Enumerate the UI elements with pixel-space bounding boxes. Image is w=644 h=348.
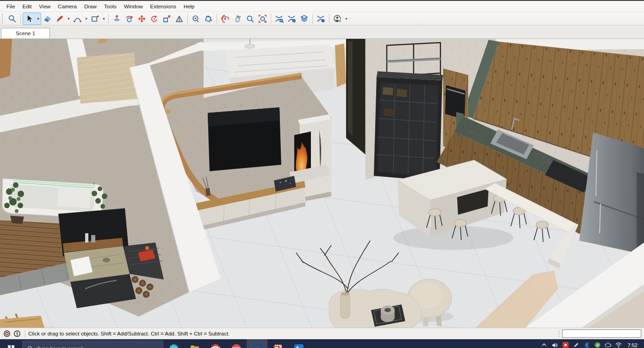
taskbar-sketchup-icon[interactable] [247, 339, 267, 348]
paint-bucket-icon [204, 14, 213, 23]
taskbar-edge-icon[interactable] [163, 339, 184, 348]
pan-tool-button[interactable] [231, 13, 244, 25]
tape-measure-tool-button[interactable] [190, 13, 202, 25]
rectangle-icon [91, 14, 99, 23]
line-tool-button[interactable] [54, 13, 66, 25]
scale-icon [162, 14, 171, 23]
tray-network-icon[interactable] [613, 342, 624, 348]
menu-file[interactable]: File [3, 2, 19, 11]
vray-asset-editor-button[interactable] [273, 13, 285, 25]
hallway-door[interactable] [346, 39, 365, 155]
arc-dropdown-caret[interactable]: ▾ [84, 17, 89, 21]
search-placeholder: Type here to search [37, 346, 84, 348]
menu-extensions[interactable]: Extensions [147, 2, 180, 11]
toolbar-separator [217, 13, 217, 24]
menu-draw[interactable]: Draw [80, 2, 100, 11]
vray-render-button[interactable] [285, 13, 298, 25]
menu-window[interactable]: Window [120, 2, 147, 11]
vray-render-icon [287, 14, 296, 23]
windows-logo-icon [8, 345, 14, 348]
toolbar-separator [20, 13, 21, 24]
rectangle-dropdown-caret[interactable]: ▾ [101, 17, 106, 21]
menu-view[interactable]: View [35, 2, 54, 11]
menu-bar: File Edit View Camera Draw Tools Window … [0, 1, 644, 12]
taskbar-clock[interactable]: 7:52 [624, 342, 644, 348]
search-icon [27, 346, 33, 348]
rotate-icon [150, 14, 159, 23]
vray-frame-buffer-icon [300, 14, 309, 23]
television[interactable] [208, 107, 281, 171]
tray-bluetooth-icon[interactable] [582, 342, 592, 348]
scene-tab-bar: Scene 1 [0, 25, 644, 39]
credits-icon[interactable] [13, 330, 21, 337]
toolbar-separator [108, 13, 109, 24]
toolbar-grip[interactable] [2, 13, 4, 24]
zoom-extents-button[interactable] [256, 13, 269, 25]
scene-tab-label: Scene 1 [16, 31, 35, 36]
pan-hand-icon [233, 14, 242, 23]
tray-cloud-icon[interactable] [603, 342, 613, 348]
push-pull-icon [112, 14, 121, 23]
toolbar-separator [312, 13, 313, 24]
menu-edit[interactable]: Edit [19, 2, 36, 11]
tray-chevron-up-icon[interactable] [539, 342, 550, 348]
eraser-tool-button[interactable] [41, 13, 54, 25]
move-tool-button[interactable] [136, 13, 148, 25]
tray-pen-icon[interactable] [571, 342, 582, 348]
sketchup-window: File Edit View Camera Draw Tools Window … [0, 0, 644, 348]
push-pull-tool-button[interactable] [111, 13, 123, 25]
vray-interactive-render-button[interactable] [315, 13, 327, 25]
select-dropdown-caret[interactable]: ▾ [36, 17, 41, 21]
zoom-tool-button[interactable] [244, 13, 256, 25]
menu-help[interactable]: Help [180, 2, 198, 11]
protractor-tool-button[interactable] [173, 13, 186, 25]
start-button[interactable] [0, 339, 22, 348]
orbit-tool-button[interactable] [219, 13, 231, 25]
wooden-desk[interactable] [77, 53, 140, 110]
move-icon [137, 14, 146, 23]
paint-bucket-tool-button[interactable] [202, 13, 215, 25]
orbit-icon [221, 14, 229, 23]
rendered-apartment-model[interactable] [0, 39, 644, 328]
account-dropdown-caret[interactable]: ▾ [344, 17, 349, 21]
select-tool-button[interactable] [23, 13, 36, 25]
zoom-extents-icon [258, 14, 267, 23]
taskbar-file-explorer-icon[interactable] [184, 339, 205, 348]
tray-volume-icon[interactable] [550, 342, 560, 348]
rectangle-tool-button[interactable] [89, 13, 101, 25]
toolbar-separator [271, 13, 271, 24]
search-button[interactable] [6, 13, 19, 25]
status-separator [559, 330, 559, 338]
eraser-icon [43, 14, 52, 23]
model-viewport[interactable] [0, 39, 644, 328]
select-arrow-icon [25, 14, 34, 23]
taskbar-photos-icon[interactable] [288, 339, 309, 348]
rotate-tool-button[interactable] [148, 13, 161, 25]
offset-tool-button[interactable] [123, 13, 136, 25]
taskbar-media-app-icon[interactable] [205, 339, 226, 348]
scale-tool-button[interactable] [161, 13, 173, 25]
measurements-input[interactable] [562, 329, 641, 338]
taskbar-powerpoint-icon[interactable] [267, 339, 288, 348]
menu-tools[interactable]: Tools [100, 2, 120, 11]
search-icon [8, 14, 17, 23]
scene-tab[interactable]: Scene 1 [1, 28, 50, 38]
tray-antivirus-icon[interactable] [592, 342, 603, 348]
tray-red-badge-icon[interactable] [560, 342, 571, 348]
arc-tool-button[interactable] [71, 13, 84, 25]
account-button[interactable] [331, 13, 344, 25]
status-hint: Click or drag to select objects. Shift =… [28, 331, 229, 336]
offset-icon [125, 14, 134, 23]
vray-frame-buffer-button[interactable] [298, 13, 310, 25]
taskbar-chrome-icon[interactable] [226, 339, 247, 348]
menu-camera[interactable]: Camera [54, 2, 80, 11]
windows-taskbar: Type here to search 7:52 [0, 339, 644, 348]
line-dropdown-caret[interactable]: ▾ [66, 17, 71, 21]
toolbar-separator [329, 13, 329, 24]
geolocation-icon[interactable] [3, 330, 11, 337]
display-cabinet[interactable] [374, 71, 443, 181]
taskbar-search[interactable]: Type here to search [22, 341, 163, 348]
vray-interactive-render-icon [316, 14, 325, 23]
protractor-icon [175, 14, 184, 23]
status-separator [25, 330, 25, 338]
